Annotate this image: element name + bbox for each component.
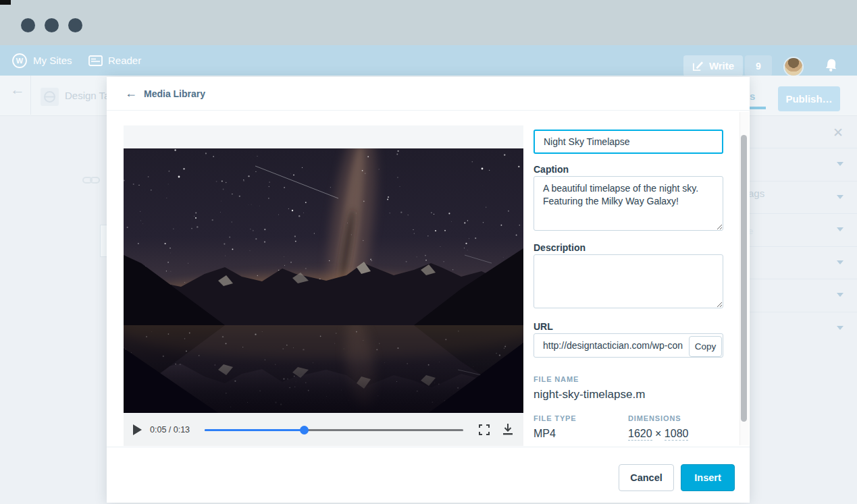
video-controls-bar: 0:05 / 0:13	[124, 414, 523, 446]
tags-label-fragment: ags	[748, 188, 764, 199]
caption-textarea[interactable]	[534, 176, 723, 231]
window-minimize-button[interactable]	[45, 18, 59, 32]
file-type-label: FILE TYPE	[534, 414, 577, 422]
video-progress-track[interactable]	[205, 429, 463, 431]
media-details-modal: ← Media Library	[107, 77, 750, 502]
notifications-bell-icon[interactable]	[824, 57, 839, 74]
svg-text:W: W	[16, 57, 24, 65]
divider	[750, 181, 857, 181]
video-progress-played	[205, 429, 304, 431]
write-label: Write	[709, 60, 734, 72]
dimensions-label: DIMENSIONS	[628, 414, 681, 422]
avatar[interactable]	[785, 58, 802, 76]
my-sites-label: My Sites	[33, 55, 72, 66]
chevron-down-icon[interactable]	[837, 227, 843, 231]
title-input[interactable]	[534, 130, 723, 154]
media-library-label: Media Library	[144, 88, 205, 99]
browser-titlebar	[0, 0, 857, 45]
pencil-square-icon	[692, 60, 704, 72]
editor-back-icon[interactable]: ←	[10, 81, 25, 99]
window-close-button[interactable]	[21, 18, 35, 32]
dimensions-width: 1620	[628, 428, 652, 441]
divider	[750, 246, 857, 247]
caption-label: Caption	[534, 164, 569, 175]
fullscreen-button[interactable]	[478, 424, 490, 436]
video-time: 0:05 / 0:13	[150, 425, 190, 435]
video-progress-thumb[interactable]	[300, 426, 309, 435]
file-name-label: FILE NAME	[534, 375, 579, 383]
file-type-value: MP4	[534, 428, 556, 440]
cancel-button[interactable]: Cancel	[619, 464, 674, 491]
description-label: Description	[534, 242, 586, 253]
reader-button[interactable]: Reader	[88, 45, 141, 76]
window-zoom-button[interactable]	[68, 18, 82, 32]
play-button[interactable]	[133, 424, 142, 435]
download-button[interactable]	[502, 423, 514, 437]
chevron-down-icon[interactable]	[837, 162, 843, 166]
modal-header: ← Media Library	[107, 77, 750, 111]
video-player[interactable]: 0:05 / 0:13	[124, 125, 523, 446]
dimensions-separator: ×	[655, 428, 661, 439]
file-name-value: night-sky-timelapse.m	[534, 388, 723, 403]
url-label: URL	[534, 321, 553, 332]
divider	[30, 76, 31, 115]
link-icon[interactable]	[82, 175, 100, 185]
wpcom-masthead: W My Sites Reader Write 9	[0, 45, 857, 76]
chevron-down-icon[interactable]	[837, 195, 843, 199]
media-library-back-button[interactable]: ← Media Library	[125, 77, 205, 110]
divider	[750, 279, 857, 279]
back-arrow-icon: ←	[125, 86, 137, 101]
close-panel-icon[interactable]: ✕	[833, 125, 843, 140]
wordpress-logo-icon: W	[11, 53, 28, 69]
description-textarea[interactable]	[534, 254, 723, 308]
dimensions-value: 1620 × 1080	[628, 428, 688, 440]
screen-corner-artifact	[0, 0, 11, 5]
divider	[750, 312, 857, 312]
text-fade	[696, 388, 723, 403]
insert-button[interactable]: Insert	[681, 464, 735, 491]
modal-scrollbar-thumb[interactable]	[741, 135, 747, 422]
write-button[interactable]: Write	[683, 55, 743, 76]
night-sky-video-frame	[124, 148, 523, 413]
settings-tab-fragment[interactable]: s	[750, 90, 755, 102]
reader-icon	[88, 55, 103, 66]
dimensions-height: 1080	[665, 428, 689, 441]
divider	[750, 213, 857, 214]
divider	[750, 148, 857, 148]
chevron-down-icon[interactable]	[837, 260, 843, 264]
reader-label: Reader	[108, 55, 141, 66]
my-sites-button[interactable]: W My Sites	[11, 45, 72, 76]
copy-button[interactable]: Copy	[689, 336, 722, 357]
publish-button[interactable]: Publish…	[778, 86, 840, 111]
chevron-down-icon[interactable]	[837, 293, 843, 297]
notification-count-badge[interactable]: 9	[745, 55, 772, 76]
site-icon[interactable]	[41, 88, 59, 106]
chevron-down-icon[interactable]	[837, 326, 843, 330]
